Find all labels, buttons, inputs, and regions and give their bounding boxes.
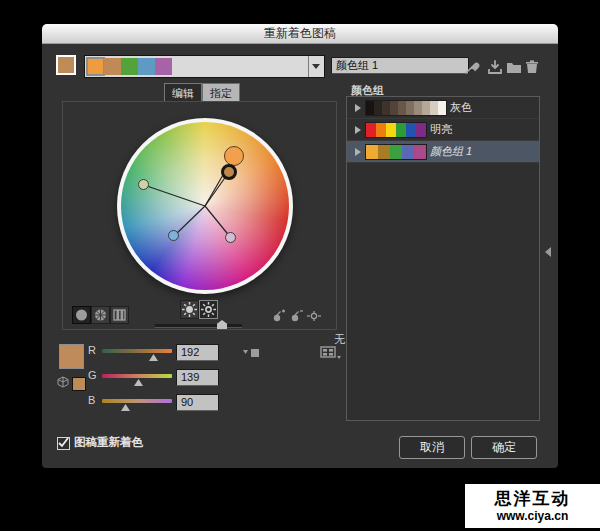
expand-triangle-icon[interactable] [355, 148, 361, 156]
slider-track-b[interactable] [102, 399, 172, 403]
group-swatch-strip [366, 123, 426, 137]
ok-button[interactable]: 确定 [471, 436, 537, 459]
recolor-artwork-dialog: 重新着色图稿 颜色组 1 编辑 指定 [42, 24, 558, 468]
color-swatch[interactable] [406, 123, 416, 137]
color-swatch[interactable] [121, 58, 138, 75]
color-swatch[interactable] [104, 58, 121, 75]
limit-to-library-icon[interactable] [320, 346, 342, 360]
color-swatch[interactable] [366, 101, 374, 115]
color-group-row-custom[interactable]: 颜色组 1 [347, 141, 539, 163]
slider-label-r: R [88, 344, 100, 356]
watermark-title: 思洋互动 [465, 487, 600, 510]
color-swatch[interactable] [366, 123, 376, 137]
color-mode-menu-icon[interactable] [242, 348, 262, 358]
color-group-name-input[interactable]: 颜色组 1 [331, 57, 469, 74]
recolor-artwork-label: 图稿重新着色 [74, 435, 143, 450]
harmony-swatch-strip[interactable] [87, 58, 172, 75]
color-swatch[interactable] [414, 101, 422, 115]
expand-triangle-icon[interactable] [355, 126, 361, 134]
harmony-rules-dropdown[interactable] [308, 56, 324, 77]
color-swatch[interactable] [138, 58, 155, 75]
wheel-marker-current[interactable] [221, 164, 237, 180]
slider-handle-r[interactable] [149, 354, 158, 361]
show-saturation-button[interactable] [180, 300, 199, 319]
base-color-fill [58, 57, 74, 73]
color-swatch[interactable] [438, 101, 446, 115]
expand-triangle-icon[interactable] [355, 104, 361, 112]
dialog-titlebar[interactable]: 重新着色图稿 [42, 24, 558, 44]
segmented-wheel-button[interactable] [91, 306, 110, 324]
eyedropper-icon[interactable] [463, 58, 481, 76]
group-swatch-strip [366, 145, 426, 159]
color-bars-button[interactable] [110, 306, 129, 324]
current-color-small-swatch[interactable] [72, 377, 86, 391]
color-swatch[interactable] [416, 123, 426, 137]
color-swatch[interactable] [366, 145, 378, 159]
color-swatch[interactable] [396, 123, 406, 137]
group-name-label: 颜色组 1 [430, 144, 472, 159]
folder-icon[interactable] [505, 58, 523, 76]
wheel-marker-green[interactable] [138, 179, 149, 190]
slider-label-g: G [88, 369, 100, 381]
color-swatch[interactable] [390, 101, 398, 115]
watermark: 思洋互动 www.ciya.cn [465, 484, 600, 528]
harmony-colors-bar[interactable] [84, 55, 325, 78]
color-swatch[interactable] [402, 145, 414, 159]
color-swatch[interactable] [376, 123, 386, 137]
color-swatch[interactable] [430, 101, 438, 115]
wheel-marker-blue[interactable] [168, 230, 179, 241]
color-swatch[interactable] [386, 123, 396, 137]
value-field-g[interactable]: 139 [176, 369, 219, 386]
wheel-marker-base[interactable] [224, 146, 244, 166]
wheel-marker-violet[interactable] [225, 232, 236, 243]
chevron-down-icon [312, 64, 320, 69]
color-group-row-bright[interactable]: 明亮 [347, 119, 539, 141]
current-color-swatch[interactable] [59, 344, 84, 369]
brightness-slider-track[interactable] [155, 324, 242, 328]
slider-label-b: B [88, 394, 100, 406]
web-color-cube-icon[interactable] [57, 376, 69, 388]
recolor-artwork-checkbox[interactable] [57, 437, 70, 450]
color-swatch[interactable] [422, 101, 430, 115]
base-color-swatch[interactable] [56, 55, 76, 75]
color-swatch[interactable] [390, 145, 402, 159]
color-swatch[interactable] [155, 58, 172, 75]
add-color-tool-icon[interactable] [270, 308, 286, 324]
color-wheel[interactable] [117, 118, 293, 294]
color-swatch[interactable] [398, 101, 406, 115]
group-swatch-strip [366, 101, 446, 115]
color-swatch[interactable] [382, 101, 390, 115]
color-group-row-gray[interactable]: 灰色 [347, 97, 539, 119]
slider-track-g[interactable] [102, 374, 172, 378]
harmony-lines [117, 118, 293, 294]
color-swatch[interactable] [374, 101, 382, 115]
unlink-harmony-colors-icon[interactable] [306, 308, 322, 324]
show-brightness-button[interactable] [199, 300, 218, 319]
slider-handle-b[interactable] [121, 404, 130, 411]
smooth-wheel-button[interactable] [72, 306, 91, 324]
collapse-panel-arrow-icon[interactable] [545, 247, 551, 257]
swatch-library-none-label: 无 [272, 332, 345, 347]
watermark-url: www.ciya.cn [465, 509, 600, 523]
color-swatch[interactable] [378, 145, 390, 159]
group-name-label: 明亮 [430, 122, 452, 137]
color-swatch[interactable] [414, 145, 426, 159]
color-swatch[interactable] [87, 58, 104, 75]
color-swatch[interactable] [406, 101, 414, 115]
cancel-button[interactable]: 取消 [399, 436, 465, 459]
group-name-label: 灰色 [450, 100, 472, 115]
trash-icon[interactable] [523, 58, 541, 76]
remove-color-tool-icon[interactable] [288, 308, 304, 324]
tab-edit[interactable]: 编辑 [164, 83, 202, 101]
tab-assign[interactable]: 指定 [202, 83, 240, 101]
color-groups-list[interactable]: 灰色 明亮 颜色组 1 [346, 96, 540, 421]
save-group-icon[interactable] [486, 58, 504, 76]
value-field-b[interactable]: 90 [176, 394, 219, 411]
slider-track-r[interactable] [102, 349, 172, 353]
slider-handle-g[interactable] [134, 379, 143, 386]
value-field-r[interactable]: 192 [176, 344, 219, 361]
